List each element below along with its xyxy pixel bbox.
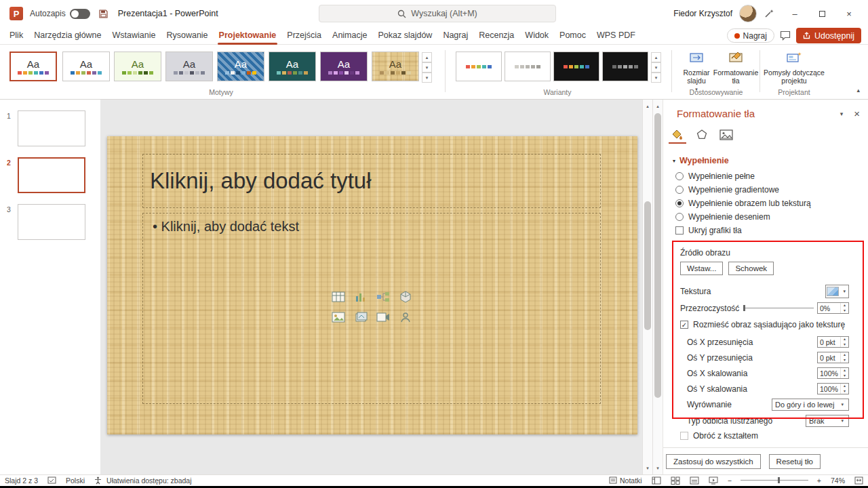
- spin-up-icon[interactable]: ▴: [841, 352, 848, 358]
- slide-1-thumbnail[interactable]: [18, 110, 85, 146]
- spin-down-icon[interactable]: ▾: [841, 358, 848, 363]
- spin-down-icon[interactable]: ▾: [841, 373, 848, 379]
- scroll-down-icon[interactable]: ▾: [653, 463, 663, 473]
- variant-thumbnail-2[interactable]: [505, 52, 551, 81]
- offset-x-value[interactable]: [818, 337, 840, 347]
- record-button[interactable]: Nagraj: [727, 28, 774, 43]
- tab-projektowanie[interactable]: Projektowanie: [215, 27, 281, 45]
- themes-scroll-down-icon[interactable]: ▾: [422, 62, 432, 73]
- scale-x-spinner[interactable]: ▴▾: [817, 367, 849, 379]
- powerpoint-logo-icon[interactable]: P: [9, 7, 23, 20]
- zoom-in-icon[interactable]: +: [812, 476, 826, 485]
- reset-background-button[interactable]: Resetuj tło: [769, 454, 821, 469]
- slide-2-thumbnail[interactable]: [18, 157, 85, 193]
- insert-chart-icon[interactable]: [353, 289, 368, 304]
- insert-picture-button[interactable]: Wstaw...: [680, 262, 723, 275]
- notes-button[interactable]: Notatki: [604, 476, 647, 485]
- insert-video-icon[interactable]: [376, 310, 390, 324]
- title-placeholder[interactable]: Kliknij, aby dodać tytuł: [142, 154, 601, 208]
- language-indicator[interactable]: Polski: [61, 476, 90, 485]
- spellcheck-icon[interactable]: [43, 476, 61, 485]
- autosave-toggle[interactable]: [70, 9, 90, 19]
- zoom-out-icon[interactable]: −: [723, 476, 736, 485]
- tab-widok[interactable]: Widok: [521, 27, 553, 45]
- scroll-down-icon[interactable]: ▾: [643, 463, 652, 473]
- tab-wps-pdf[interactable]: WPS PDF: [593, 27, 639, 45]
- variant-thumbnail-1[interactable]: [456, 52, 502, 81]
- transparency-spinner[interactable]: ▴▾: [817, 302, 849, 314]
- pane-options-caret-icon[interactable]: ▾: [840, 110, 844, 117]
- apply-to-all-button[interactable]: Zastosuj do wszystkich: [666, 454, 761, 469]
- share-button[interactable]: Udostępnij: [796, 28, 861, 43]
- insert-3d-model-icon[interactable]: [398, 289, 412, 304]
- maximize-button[interactable]: [808, 0, 835, 27]
- canvas-scroll-thumb[interactable]: [644, 201, 651, 330]
- option-picture-texture-fill[interactable]: Wypełnienie obrazem lub teksturą: [663, 197, 868, 210]
- theme-thumbnail-4[interactable]: Aa: [165, 52, 213, 81]
- insert-cameo-icon[interactable]: [398, 310, 412, 324]
- normal-view-icon[interactable]: [647, 476, 666, 485]
- comments-icon[interactable]: [780, 30, 791, 41]
- pane-close-icon[interactable]: ×: [854, 108, 860, 119]
- alignment-dropdown[interactable]: Do góry i do lewej ▾: [772, 399, 849, 411]
- scroll-up-icon[interactable]: ▴: [643, 101, 652, 111]
- transparency-slider[interactable]: [743, 308, 814, 308]
- design-ideas-button[interactable]: Pomysły dotyczące projektu: [762, 50, 826, 92]
- panel-scrollbar[interactable]: ▴ ▾: [652, 100, 663, 474]
- scale-x-value[interactable]: [818, 368, 840, 378]
- slide-3-thumbnail[interactable]: [18, 204, 85, 240]
- scroll-up-icon[interactable]: ▴: [653, 101, 663, 111]
- slide-size-button[interactable]: Rozmiar slajdu ▾: [677, 50, 716, 92]
- theme-thumbnail-8[interactable]: Aa: [372, 52, 419, 81]
- variants-scroll-down-icon[interactable]: ▾: [651, 62, 661, 73]
- tab-rysowanie[interactable]: Rysowanie: [162, 27, 212, 45]
- variant-thumbnail-4[interactable]: [602, 52, 648, 81]
- fit-to-window-icon[interactable]: [850, 476, 868, 485]
- user-name[interactable]: Fiedor Krzysztof: [673, 9, 732, 18]
- reading-view-icon[interactable]: [685, 476, 704, 485]
- insert-picture-icon[interactable]: [331, 310, 345, 324]
- transparency-value[interactable]: [818, 303, 840, 313]
- tab-nagraj[interactable]: Nagraj: [439, 27, 472, 45]
- texture-dropdown[interactable]: ▾: [825, 285, 849, 298]
- tab-przejscia[interactable]: Przejścia: [283, 27, 326, 45]
- option-solid-fill[interactable]: Wypełnienie pełne: [663, 169, 868, 183]
- insert-stock-image-icon[interactable]: [353, 310, 368, 324]
- tab-recenzja[interactable]: Recenzja: [475, 27, 518, 45]
- spin-down-icon[interactable]: ▾: [841, 389, 848, 394]
- variants-more-icon[interactable]: ▾: [651, 73, 661, 83]
- option-pattern-fill[interactable]: Wypełnienie deseniem: [663, 210, 868, 224]
- spin-up-icon[interactable]: ▴: [841, 384, 848, 389]
- theme-thumbnail-3[interactable]: Aa: [114, 52, 161, 81]
- tab-narzedzia-glowne[interactable]: Narzędzia główne: [30, 27, 105, 45]
- slide-sorter-view-icon[interactable]: [666, 476, 685, 485]
- slide-indicator[interactable]: Slajd 2 z 3: [0, 476, 43, 485]
- wand-icon[interactable]: [764, 8, 774, 19]
- spin-up-icon[interactable]: ▴: [841, 337, 848, 342]
- panel-scroll-thumb[interactable]: [654, 113, 661, 398]
- slideshow-view-icon[interactable]: [704, 476, 723, 485]
- zoom-slider[interactable]: [741, 480, 808, 481]
- tab-plik[interactable]: Plik: [5, 27, 27, 45]
- variants-scroll-up-icon[interactable]: ▴: [651, 52, 661, 62]
- scale-y-spinner[interactable]: ▴▾: [817, 383, 849, 394]
- tab-pokaz-slajdow[interactable]: Pokaz slajdów: [374, 27, 436, 45]
- format-background-button[interactable]: Formatowanie tła: [716, 50, 755, 92]
- insert-table-icon[interactable]: [331, 289, 345, 304]
- canvas-scrollbar[interactable]: ▴ ▾: [642, 100, 652, 474]
- tile-as-texture-checkbox[interactable]: ✓ Rozmieść obraz sąsiadująco jako tekstu…: [663, 316, 868, 331]
- picture-tab-icon[interactable]: [717, 127, 735, 144]
- offset-y-spinner[interactable]: ▴▾: [817, 352, 849, 363]
- user-avatar[interactable]: [739, 5, 757, 22]
- clipboard-button[interactable]: Schowek: [728, 262, 774, 275]
- scale-y-value[interactable]: [818, 384, 840, 394]
- close-button[interactable]: ×: [835, 0, 863, 27]
- theme-thumbnail-7[interactable]: Aa: [320, 52, 368, 81]
- slide-editing-surface[interactable]: Kliknij, aby dodać tytuł • Kliknij, aby …: [107, 136, 637, 434]
- theme-thumbnail-1[interactable]: Aa: [9, 52, 57, 81]
- fill-bucket-icon[interactable]: [669, 127, 686, 144]
- search-box[interactable]: Wyszukaj (Alt+M): [319, 5, 556, 22]
- themes-scroll-up-icon[interactable]: ▴: [422, 52, 432, 62]
- save-icon[interactable]: [98, 9, 108, 19]
- effects-icon[interactable]: [693, 127, 711, 144]
